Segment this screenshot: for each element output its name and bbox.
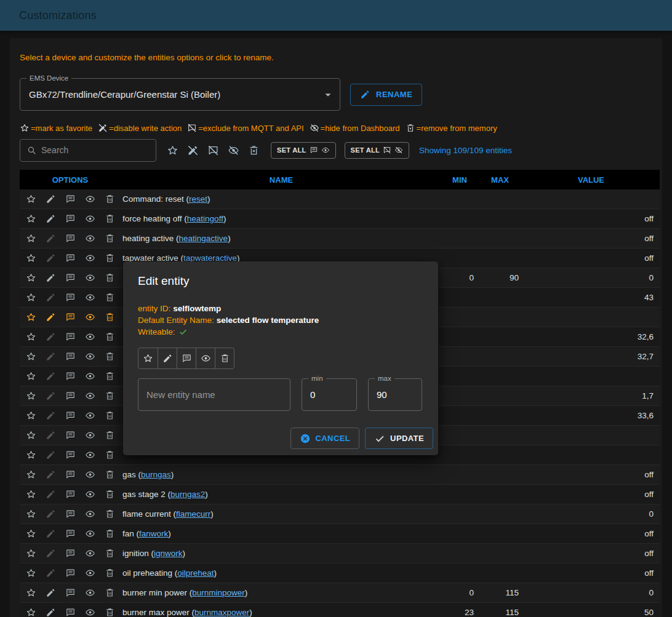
min-input[interactable] [302, 379, 356, 410]
update-button[interactable]: UPDATE [365, 428, 433, 449]
edit-icon-button[interactable] [45, 449, 57, 461]
visibility-icon-button[interactable] [84, 213, 96, 225]
edit-icon-button[interactable] [45, 429, 57, 441]
mqtt-exclude-icon-button[interactable] [65, 233, 76, 244]
delete-icon-button[interactable] [104, 390, 116, 402]
delete-icon-button[interactable] [104, 351, 116, 362]
favorite-icon-button[interactable] [25, 292, 37, 303]
search-input[interactable] [41, 145, 150, 155]
mqtt-exclude-icon-button[interactable] [65, 292, 76, 303]
filter-disable-write-icon[interactable] [185, 143, 200, 157]
delete-icon-button[interactable] [104, 587, 116, 599]
favorite-toggle[interactable] [138, 348, 158, 368]
mqtt-exclude-icon-button[interactable] [65, 193, 76, 205]
entity-shortname-link[interactable]: burnmaxpower [194, 608, 249, 617]
mqtt-exclude-icon-button[interactable] [65, 547, 76, 559]
visibility-icon-button[interactable] [84, 429, 96, 441]
favorite-icon-button[interactable] [25, 233, 37, 244]
edit-icon-button[interactable] [45, 213, 57, 225]
favorite-icon-button[interactable] [25, 252, 37, 264]
delete-icon-button[interactable] [104, 567, 116, 579]
favorite-icon-button[interactable] [25, 331, 37, 343]
entity-shortname-link[interactable]: burngas2 [170, 490, 205, 499]
edit-icon-button[interactable] [45, 410, 57, 421]
hide-dashboard-toggle[interactable] [196, 348, 215, 368]
edit-icon-button[interactable] [45, 292, 57, 303]
entity-shortname-link[interactable]: oilpreheat [177, 568, 214, 578]
visibility-icon-button[interactable] [84, 469, 96, 480]
mqtt-exclude-icon-button[interactable] [65, 528, 76, 539]
delete-icon-button[interactable] [104, 528, 116, 539]
favorite-icon-button[interactable] [25, 469, 37, 480]
delete-icon-button[interactable] [104, 449, 116, 461]
edit-icon-button[interactable] [45, 567, 57, 579]
remove-memory-toggle[interactable] [215, 348, 234, 368]
visibility-icon-button[interactable] [84, 292, 96, 303]
filter-favorite-icon[interactable] [165, 143, 180, 157]
edit-icon-button[interactable] [45, 370, 57, 382]
visibility-icon-button[interactable] [84, 607, 96, 617]
filter-exclude-mqtt-icon[interactable] [206, 143, 220, 157]
favorite-icon-button[interactable] [25, 370, 37, 382]
set-all-show-button[interactable]: SET ALL [271, 142, 336, 159]
visibility-icon-button[interactable] [84, 567, 96, 579]
favorite-icon-button[interactable] [25, 508, 37, 520]
delete-icon-button[interactable] [104, 488, 116, 500]
entity-shortname-link[interactable]: flamecurr [176, 509, 210, 519]
favorite-icon-button[interactable] [25, 587, 37, 599]
delete-icon-button[interactable] [104, 272, 116, 284]
edit-icon-button[interactable] [45, 233, 57, 244]
favorite-icon-button[interactable] [25, 567, 37, 579]
mqtt-exclude-icon-button[interactable] [65, 410, 76, 421]
visibility-icon-button[interactable] [84, 311, 96, 323]
edit-icon-button[interactable] [45, 390, 57, 402]
favorite-icon-button[interactable] [25, 311, 37, 323]
visibility-icon-button[interactable] [84, 547, 96, 559]
delete-icon-button[interactable] [104, 252, 116, 264]
mqtt-exclude-icon-button[interactable] [65, 351, 76, 362]
visibility-icon-button[interactable] [84, 587, 96, 599]
visibility-icon-button[interactable] [84, 233, 96, 244]
visibility-icon-button[interactable] [84, 193, 96, 205]
filter-remove-memory-icon[interactable] [246, 143, 261, 157]
delete-icon-button[interactable] [104, 213, 116, 225]
mqtt-exclude-icon-button[interactable] [65, 390, 76, 402]
visibility-icon-button[interactable] [84, 272, 96, 284]
exclude-mqtt-toggle[interactable] [177, 348, 196, 368]
delete-icon-button[interactable] [104, 193, 116, 205]
new-entity-name-input[interactable] [138, 379, 290, 410]
mqtt-exclude-icon-button[interactable] [65, 429, 76, 441]
edit-icon-button[interactable] [45, 311, 57, 323]
favorite-icon-button[interactable] [25, 410, 37, 421]
delete-icon-button[interactable] [104, 469, 116, 480]
visibility-icon-button[interactable] [84, 252, 96, 264]
delete-icon-button[interactable] [104, 508, 116, 520]
visibility-icon-button[interactable] [84, 331, 96, 343]
delete-icon-button[interactable] [104, 311, 116, 323]
entity-shortname-link[interactable]: reset [189, 194, 207, 204]
delete-icon-button[interactable] [104, 292, 116, 303]
mqtt-exclude-icon-button[interactable] [65, 272, 76, 284]
mqtt-exclude-icon-button[interactable] [65, 587, 76, 599]
entity-shortname-link[interactable]: burngas [141, 470, 171, 479]
delete-icon-button[interactable] [104, 607, 116, 617]
edit-icon-button[interactable] [45, 193, 57, 205]
ems-device-select[interactable]: EMS Device GBx72/Trendline/Cerapur/Green… [20, 78, 340, 111]
edit-icon-button[interactable] [45, 351, 57, 362]
mqtt-exclude-icon-button[interactable] [65, 449, 76, 461]
delete-icon-button[interactable] [104, 410, 116, 421]
mqtt-exclude-icon-button[interactable] [65, 213, 76, 225]
edit-icon-button[interactable] [45, 252, 57, 264]
mqtt-exclude-icon-button[interactable] [65, 370, 76, 382]
visibility-icon-button[interactable] [84, 449, 96, 461]
delete-icon-button[interactable] [104, 331, 116, 343]
disable-write-toggle[interactable] [158, 348, 177, 368]
favorite-icon-button[interactable] [25, 351, 37, 362]
entity-shortname-link[interactable]: fanwork [139, 529, 168, 538]
max-input[interactable] [369, 379, 422, 410]
mqtt-exclude-icon-button[interactable] [65, 567, 76, 579]
favorite-icon-button[interactable] [25, 429, 37, 441]
edit-icon-button[interactable] [45, 272, 57, 284]
delete-icon-button[interactable] [104, 233, 116, 244]
entity-shortname-link[interactable]: heatingactive [179, 234, 228, 243]
